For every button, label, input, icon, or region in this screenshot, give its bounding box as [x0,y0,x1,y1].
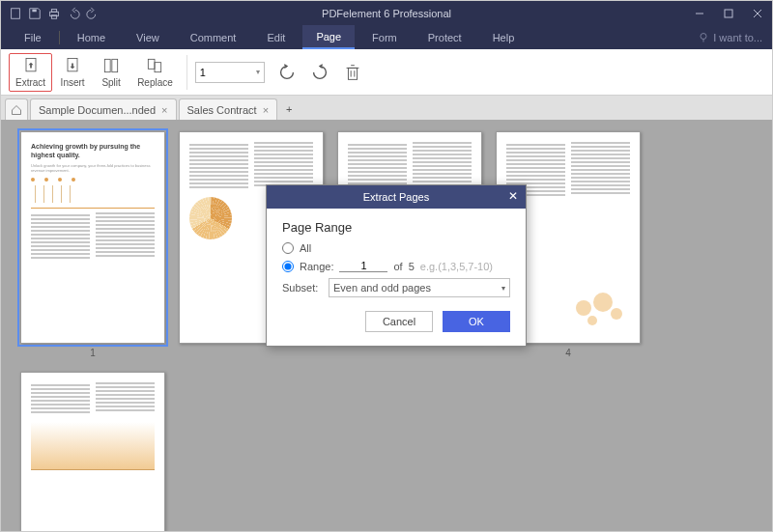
menu-page[interactable]: Page [302,25,355,49]
menu-comment[interactable]: Comment [177,25,250,49]
menu-bar: File Home View Comment Edit Page Form Pr… [1,25,772,49]
svg-rect-16 [155,63,161,72]
insert-button[interactable]: Insert [54,53,91,92]
svg-point-9 [701,33,706,39]
tell-me-label: I want to... [713,32,762,43]
range-hint: e.g.(1,3,5,7-10) [420,261,493,272]
split-icon [101,56,121,75]
print-icon[interactable] [47,7,61,20]
subset-label: Subset: [282,282,323,294]
undo-icon[interactable] [67,7,80,20]
minimize-button[interactable] [685,1,714,25]
document-tab-strip: Sample Documen...nded × Sales Contract ×… [1,96,772,120]
radio-all[interactable] [282,242,294,254]
svg-rect-3 [51,9,56,12]
dialog-body: Page Range All Range: of 5 e.g.(1,3,5,7-… [267,209,526,346]
dialog-title: Extract Pages [363,191,429,203]
menu-file[interactable]: File [11,25,55,49]
of-label: of [393,261,402,272]
radio-range[interactable] [282,261,294,272]
svg-rect-14 [112,59,118,71]
close-tab-icon[interactable]: × [263,104,269,116]
redo-icon[interactable] [86,7,100,20]
tab-label: Sample Documen...nded [39,104,156,116]
subset-select[interactable]: Even and odd pages [329,278,510,297]
svg-rect-6 [725,10,732,17]
insert-icon [63,56,82,75]
quick-access-toolbar [1,7,100,20]
home-tab[interactable] [5,98,28,120]
thumb-preview: Achieving growth by pursuing the highest… [20,131,165,344]
delete-page-button[interactable] [342,62,363,83]
extract-icon [21,56,41,75]
close-tab-icon[interactable]: × [161,104,167,116]
dialog-footer: Cancel OK [282,311,510,332]
page-number-selector[interactable]: 1 [195,62,265,83]
extract-button[interactable]: Extract [9,53,52,92]
split-button[interactable]: Split [93,53,129,92]
total-pages: 5 [409,261,415,272]
app-title: PDFelement 6 Professional [322,8,451,19]
thumb-page-number: 4 [565,348,571,358]
rotate-left-icon [276,62,298,83]
dialog-title-bar[interactable]: Extract Pages ✕ [267,185,526,209]
svg-rect-1 [32,9,36,12]
add-tab-button[interactable]: + [279,98,299,120]
window-controls [685,1,772,25]
radio-all-label: All [300,242,311,254]
radio-range-label: Range: [300,261,333,272]
document-tab-1[interactable]: Sample Documen...nded × [30,98,177,120]
range-input[interactable] [339,260,387,272]
menu-protect[interactable]: Protect [415,25,475,49]
maximize-button[interactable] [714,1,743,25]
ribbon: Extract Insert Split Replace 1 [1,49,772,96]
extract-pages-dialog: Extract Pages ✕ Page Range All Range: of… [266,184,527,347]
page-thumb-1[interactable]: Achieving growth by pursuing the highest… [20,131,165,358]
dialog-close-button[interactable]: ✕ [504,187,522,205]
ok-button[interactable]: OK [443,311,510,332]
page-thumb-5[interactable] [20,372,165,531]
rotate-left-button[interactable] [276,62,298,83]
rotate-right-button[interactable] [309,62,330,83]
replace-icon [145,56,164,75]
thumb-page-number: 1 [90,348,96,358]
lightbulb-icon [698,32,709,43]
svg-rect-17 [348,68,357,79]
menu-help[interactable]: Help [479,25,529,49]
menu-home[interactable]: Home [64,25,119,49]
tab-label: Sales Contract [187,104,257,116]
menu-edit[interactable]: Edit [253,25,299,49]
app-logo-icon [9,7,22,20]
menu-view[interactable]: View [123,25,173,49]
trash-icon [342,62,363,83]
document-tab-2[interactable]: Sales Contract × [179,98,278,120]
page-range-heading: Page Range [282,220,510,235]
thumb-preview [20,372,165,531]
rotate-right-icon [309,62,330,83]
replace-button[interactable]: Replace [131,53,179,92]
svg-rect-13 [104,59,110,71]
tell-me-search[interactable]: I want to... [698,32,762,43]
menu-form[interactable]: Form [358,25,411,49]
title-bar: PDFelement 6 Professional [1,1,772,25]
close-button[interactable] [743,1,772,25]
svg-rect-0 [12,8,20,18]
svg-rect-15 [149,59,156,69]
cancel-button[interactable]: Cancel [365,311,433,332]
home-icon [11,104,22,116]
save-icon[interactable] [28,7,42,20]
